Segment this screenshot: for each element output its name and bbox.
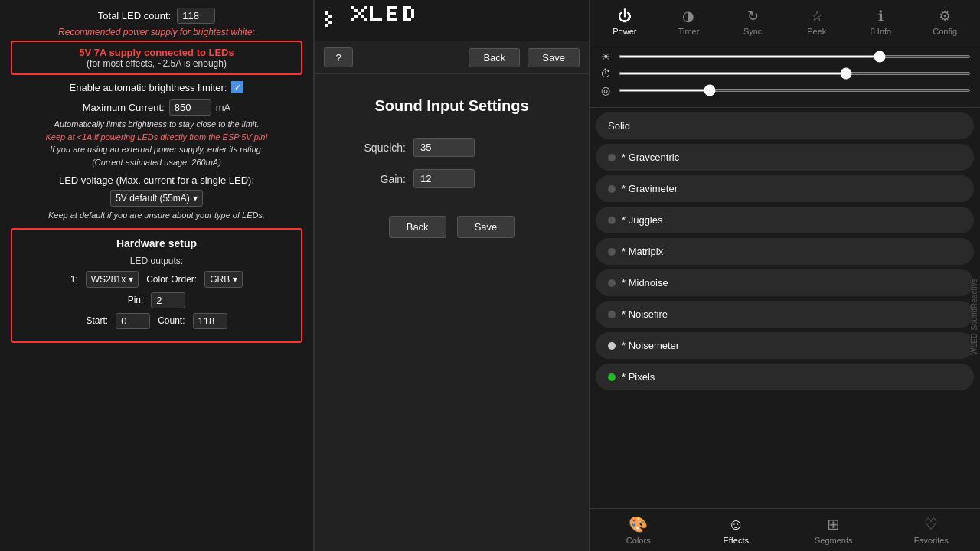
svg-rect-9	[358, 12, 361, 15]
svg-rect-7	[354, 9, 358, 12]
right-top-nav: ⏻ Power ◑ Timer ↻ Sync ☆ Peek ℹ 0 Info ⚙…	[590, 0, 980, 44]
led-voltage-label: LED voltage (Max. current for a single L…	[59, 174, 254, 186]
effect-item[interactable]: Solid	[596, 112, 974, 139]
effect-item[interactable]: * Noisefire	[596, 301, 974, 328]
speed-slider[interactable]	[619, 72, 971, 75]
svg-rect-8	[361, 9, 364, 12]
led-voltage-section: LED voltage (Max. current for a single L…	[11, 174, 302, 222]
squelch-input[interactable]	[413, 138, 475, 157]
left-panel: Total LED count: Recommended power suppl…	[0, 0, 314, 551]
wled-logo-icon	[324, 10, 345, 31]
hw-output-row: 1: WS281x ▾ Color Order: GRB ▾	[21, 271, 292, 288]
effect-item[interactable]: * Matripix	[596, 238, 974, 265]
effect-item[interactable]: * Pixels	[596, 364, 974, 390]
squelch-row: Squelch:	[352, 138, 551, 157]
effect-item[interactable]: * Juggles	[596, 207, 974, 233]
svg-rect-0	[325, 11, 328, 15]
svg-rect-2	[325, 18, 328, 21]
auto-brightness-checkbox[interactable]	[231, 81, 243, 93]
current-usage: (Current estimated usage: 260mA)	[11, 156, 302, 169]
output-num: 1:	[70, 274, 78, 285]
brightness-slider[interactable]	[619, 55, 971, 58]
nav-timer[interactable]: ◑ Timer	[669, 5, 707, 39]
svg-rect-11	[361, 15, 364, 18]
power-supply-note: (for most effects, ~2.5A is enough)	[20, 58, 293, 69]
power-icon: ⏻	[618, 8, 632, 24]
svg-rect-18	[390, 12, 396, 15]
led-voltage-select[interactable]: 5V default (55mA) ▾	[110, 190, 203, 207]
mid-panel: ? Back Save Sound Input Settings Squelch…	[314, 0, 590, 551]
svg-rect-13	[364, 18, 367, 21]
external-desc: If you are using an external power suppl…	[11, 143, 302, 156]
led-voltage-note: Keep at default if you are unsure about …	[11, 209, 302, 222]
bottom-nav-favorites[interactable]: ♡ Favorites	[883, 509, 981, 551]
svg-rect-12	[351, 18, 354, 21]
back-button-top[interactable]: Back	[469, 48, 520, 67]
mid-bottom-btns: Back Save	[389, 216, 515, 238]
wled-text-logo	[351, 6, 459, 29]
max-current-input[interactable]	[169, 99, 211, 116]
max-current-label: Maximum Current:	[83, 102, 165, 113]
auto-brightness-label: Enable automatic brightness limiter:	[70, 82, 227, 93]
auto-desc2: Keep at <1A if powering LEDs directly fr…	[11, 131, 302, 144]
nav-peek[interactable]: ☆ Peek	[798, 5, 836, 39]
svg-rect-21	[407, 6, 411, 9]
recommended-label: Recommended power supply for brightest w…	[11, 27, 302, 37]
count-label: Count:	[158, 315, 185, 326]
total-led-label: Total LED count:	[98, 10, 171, 21]
effect-item[interactable]: * Gravimeter	[596, 175, 974, 202]
nav-config[interactable]: ⚙ Config	[926, 5, 964, 39]
info-icon: ℹ	[878, 8, 884, 24]
intensity-slider-row: ◎	[599, 84, 971, 96]
brightness-icon: ☀	[599, 51, 612, 63]
pin-label: Pin:	[128, 295, 144, 305]
sync-icon: ↻	[747, 8, 759, 24]
pin-input[interactable]	[151, 292, 185, 308]
intensity-slider[interactable]	[619, 89, 971, 92]
effect-item[interactable]: * Midnoise	[596, 269, 974, 296]
total-led-row: Total LED count:	[11, 8, 302, 24]
nav-power[interactable]: ⏻ Power	[606, 5, 644, 39]
svg-rect-15	[373, 18, 382, 21]
nav-sync[interactable]: ↻ Sync	[733, 5, 772, 39]
nav-info[interactable]: ℹ 0 Info	[861, 5, 900, 39]
svg-rect-19	[390, 18, 397, 21]
help-button[interactable]: ?	[324, 47, 353, 67]
sliders-section: ☀ ⏱ ◎	[590, 44, 980, 108]
svg-rect-6	[364, 6, 367, 9]
effect-item[interactable]: * Gravcentric	[596, 144, 974, 171]
svg-rect-1	[328, 15, 332, 18]
favorites-icon: ♡	[924, 515, 938, 533]
effect-item[interactable]: * Noisemeter	[596, 332, 974, 359]
right-bottom-nav: 🎨 Colors ☺ Effects ⊞ Segments ♡ Favorite…	[590, 508, 980, 551]
bottom-nav-effects[interactable]: ☺ Effects	[688, 510, 786, 551]
svg-rect-16	[387, 6, 390, 21]
sound-input-title: Sound Input Settings	[374, 97, 528, 115]
gain-input[interactable]	[413, 169, 475, 188]
save-button-top[interactable]: Save	[528, 48, 580, 67]
svg-rect-5	[351, 6, 354, 9]
hw-start-count-row: Start: Count:	[21, 313, 292, 329]
start-input[interactable]	[116, 313, 150, 329]
led-outputs-label: LED outputs:	[21, 256, 292, 266]
speed-slider-row: ⏱	[599, 67, 971, 80]
power-supply-box: 5V 7A supply connected to LEDs (for most…	[11, 41, 302, 75]
output-type-select[interactable]: WS281x ▾	[86, 271, 139, 288]
logo-area	[324, 6, 459, 34]
svg-rect-22	[411, 9, 414, 18]
svg-rect-23	[407, 18, 411, 21]
config-icon: ⚙	[939, 8, 951, 24]
count-input[interactable]	[193, 313, 227, 329]
speed-icon: ⏱	[599, 67, 612, 80]
total-led-input[interactable]	[177, 8, 215, 24]
bottom-nav-segments[interactable]: ⊞ Segments	[785, 509, 883, 551]
color-order-select[interactable]: GRB ▾	[204, 271, 243, 288]
gain-row: Gain:	[352, 169, 551, 188]
auto-brightness-section: Enable automatic brightness limiter:	[11, 81, 302, 93]
back-button-bottom[interactable]: Back	[389, 216, 446, 238]
wled-logo-text	[351, 6, 459, 34]
mid-header	[315, 0, 589, 41]
save-button-bottom[interactable]: Save	[457, 216, 515, 238]
effects-list: Solid* Gravcentric* Gravimeter* Juggles*…	[590, 108, 980, 508]
bottom-nav-colors[interactable]: 🎨 Colors	[590, 509, 688, 551]
